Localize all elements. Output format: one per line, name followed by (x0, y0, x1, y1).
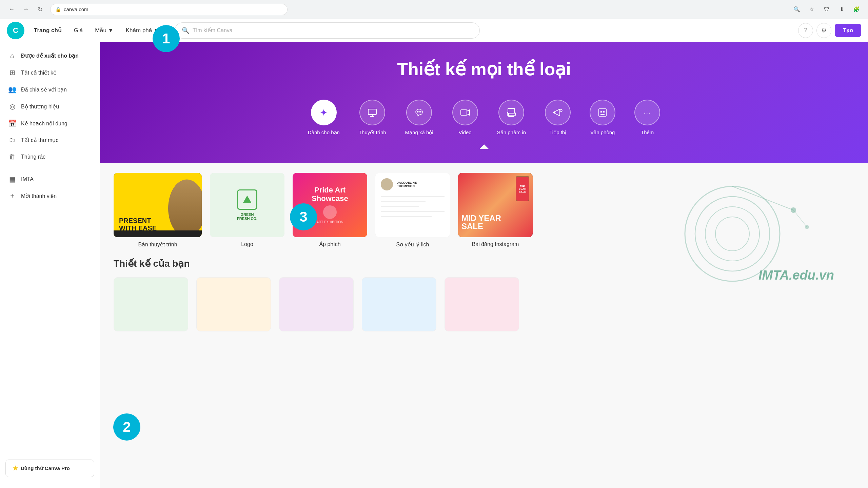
svg-point-18 (705, 207, 760, 261)
sidebar-item-trash[interactable]: 🗑 Thùng rác (0, 148, 100, 165)
calendar-icon: 📅 (8, 119, 16, 127)
category-print[interactable]: Sản phẩm in (488, 96, 536, 139)
nav-home[interactable]: Trang chủ (28, 24, 67, 37)
create-button[interactable]: Tạo (835, 24, 861, 37)
svg-point-11 (560, 109, 562, 111)
sidebar-item-brand[interactable]: ◎ Bộ thương hiệu (0, 98, 100, 115)
design-card-5[interactable] (445, 277, 519, 331)
category-marketing[interactable]: Tiếp thị (535, 96, 580, 139)
svg-rect-7 (508, 108, 515, 113)
svg-rect-0 (368, 109, 376, 115)
template-img-instagram: MIDYEARSALE MID YEARSALE (458, 173, 533, 237)
hero-title: Thiết kế mọi thể loại (120, 59, 848, 79)
svg-rect-6 (461, 110, 467, 115)
svg-point-19 (715, 217, 749, 251)
category-office[interactable]: Văn phòng (580, 96, 625, 139)
svg-point-17 (695, 197, 770, 271)
sidebar-item-invite[interactable]: + Mời thành viên (0, 188, 100, 204)
bookmark-button[interactable]: ☆ (806, 3, 818, 16)
template-label-instagram: Bài đăng Instagram (458, 241, 533, 247)
download-button[interactable]: ⬇ (835, 3, 848, 16)
template-img-presentation: PRESENT WITH EASE (114, 173, 202, 237)
svg-point-4 (418, 111, 420, 113)
sidebar-item-imta[interactable]: ▦ IMTA (0, 171, 100, 188)
search-browser-button[interactable]: 🔍 (791, 3, 803, 16)
svg-point-3 (417, 111, 418, 113)
shield-button[interactable]: 🛡 (821, 3, 833, 16)
people-icon: 👥 (8, 85, 16, 94)
sidebar-divider (5, 168, 94, 168)
table-icon: ▦ (8, 175, 16, 183)
category-more[interactable]: ··· Thêm (625, 96, 670, 139)
svg-point-5 (420, 111, 421, 113)
address-bar[interactable]: 🔒 canva.com (50, 4, 288, 15)
star-icon: ★ (13, 465, 18, 472)
forward-button[interactable]: → (20, 3, 32, 16)
category-video[interactable]: Video (443, 96, 488, 139)
step-number-3: 3 (290, 203, 317, 230)
template-card-instagram[interactable]: MIDYEARSALE MID YEARSALE Bài đăng Instag… (458, 173, 533, 248)
print-icon (498, 100, 524, 125)
svg-line-20 (732, 186, 793, 210)
chevron-down-icon: ▼ (108, 27, 114, 34)
template-card-cv[interactable]: JACQUELINE THOMPSON (375, 173, 450, 248)
category-presentation[interactable]: Thuyết trình (349, 96, 396, 139)
search-icon: 🔍 (182, 27, 189, 34)
template-img-cv: JACQUELINE THOMPSON (375, 173, 450, 237)
template-label-poster: Áp phích (293, 241, 367, 247)
svg-line-23 (793, 210, 807, 227)
lock-icon: 🔒 (55, 7, 61, 12)
url-text: canva.com (64, 6, 88, 12)
back-button[interactable]: ← (5, 3, 18, 16)
sidebar-item-shared[interactable]: 👥 Đã chia sẻ với bạn (0, 81, 100, 98)
for-you-icon: ✦ (311, 100, 337, 125)
svg-rect-13 (600, 111, 602, 113)
target-icon: ◎ (8, 102, 16, 110)
sidebar-item-all-designs[interactable]: ⊞ Tất cả thiết kế (0, 64, 100, 81)
template-card-logo[interactable]: GREENFRESH CO. Logo (210, 173, 284, 248)
canva-nav: C Trang chủ Giá Mẫu ▼ Khám phá ▼ 🔍 Tìm k… (0, 19, 868, 42)
design-card-3[interactable] (279, 277, 354, 331)
sidebar-item-all-folders[interactable]: 🗂 Tất cả thư mục (0, 132, 100, 148)
design-card-2[interactable] (196, 277, 271, 331)
search-bar[interactable]: 🔍 Tìm kiếm Canva (175, 22, 480, 39)
sidebar-item-recommended[interactable]: ⌂ Được đề xuất cho bạn (0, 47, 100, 64)
browser-bar: ← → ↻ 🔒 canva.com 🔍 ☆ 🛡 ⬇ 🧩 (0, 0, 868, 19)
presentation-icon (359, 100, 385, 125)
imta-text: IMTA.edu.vn (758, 268, 834, 283)
svg-marker-24 (243, 196, 251, 203)
marketing-icon (545, 100, 571, 125)
svg-point-16 (685, 186, 780, 281)
template-card-presentation[interactable]: PRESENT WITH EASE Bản thuyết trình (114, 173, 202, 248)
try-pro-button[interactable]: ★ Dùng thử Canva Pro (5, 460, 94, 477)
browser-right-icons: 🔍 ☆ 🛡 ⬇ 🧩 (791, 3, 863, 16)
template-label-cv: Sơ yếu lý lịch (375, 241, 450, 248)
grid-icon: ⊞ (8, 68, 16, 77)
plus-icon: + (8, 192, 16, 200)
template-img-logo: GREENFRESH CO. (210, 173, 284, 237)
office-icon (590, 100, 615, 125)
extension-button[interactable]: 🧩 (850, 3, 863, 16)
home-icon: ⌂ (8, 52, 16, 60)
hero-arrow (120, 144, 848, 149)
trash-icon: 🗑 (8, 153, 16, 161)
template-label-presentation: Bản thuyết trình (114, 241, 202, 248)
help-button[interactable]: ? (798, 23, 813, 38)
reload-button[interactable]: ↻ (34, 3, 46, 16)
content-area: Thiết kế mọi thể loại ✦ Dành cho bạn Thu… (100, 42, 868, 488)
sidebar-item-content-plan[interactable]: 📅 Kế hoạch nội dung (0, 115, 100, 132)
step-number-1: 1 (153, 25, 180, 52)
category-social[interactable]: Mạng xã hội (396, 96, 443, 139)
svg-rect-15 (600, 114, 605, 115)
design-card-4[interactable] (362, 277, 436, 331)
settings-button[interactable]: ⚙ (816, 23, 831, 38)
svg-rect-12 (599, 109, 606, 116)
video-icon (452, 100, 478, 125)
design-card-1[interactable] (114, 277, 188, 331)
nav-samples[interactable]: Mẫu ▼ (90, 24, 119, 37)
nav-links: Trang chủ Giá Mẫu ▼ Khám phá ▼ (28, 24, 164, 37)
nav-price[interactable]: Giá (68, 24, 88, 37)
sidebar: 2 ⌂ Được đề xuất cho bạn ⊞ Tất cả thiết … (0, 42, 100, 488)
category-for-you[interactable]: ✦ Dành cho bạn (298, 96, 349, 139)
canva-logo[interactable]: C (7, 22, 24, 39)
